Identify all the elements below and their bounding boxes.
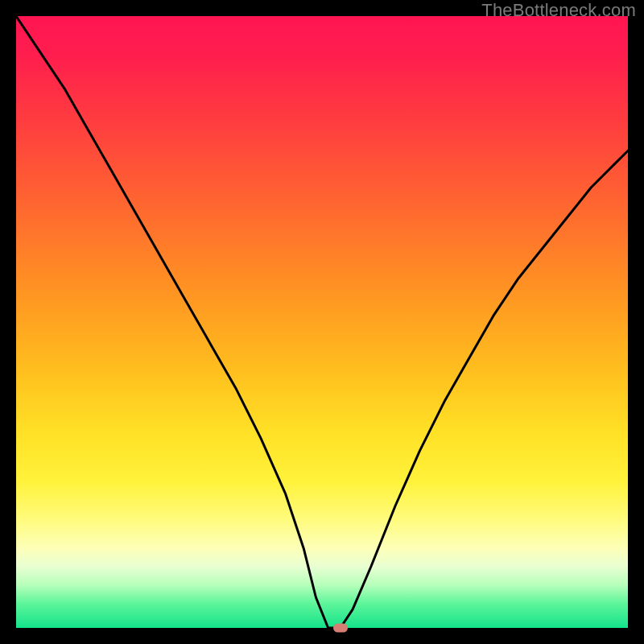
plot-area — [16, 16, 628, 628]
curve-path — [16, 16, 628, 628]
chart-frame: TheBottleneck.com — [0, 0, 644, 644]
optimal-point-marker — [333, 624, 348, 633]
bottleneck-curve — [16, 16, 628, 628]
